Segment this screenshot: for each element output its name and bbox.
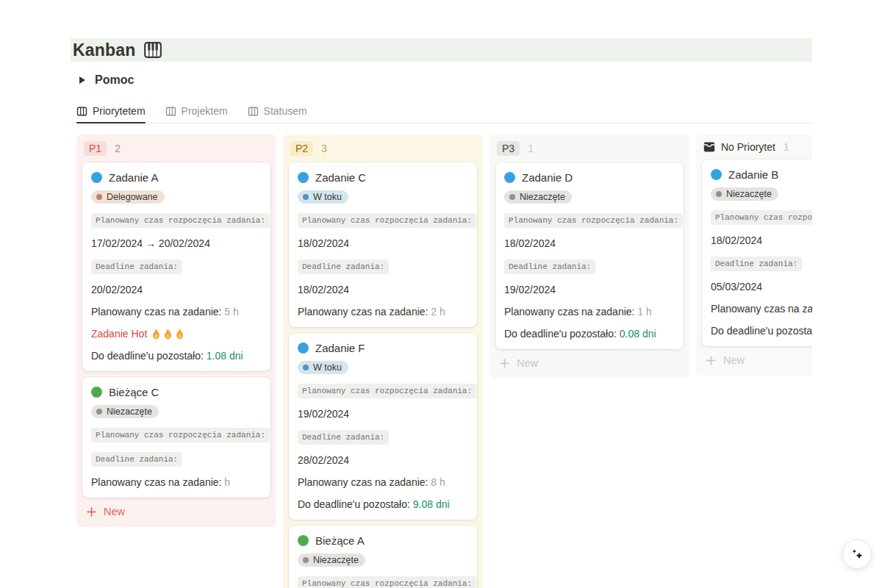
plus-icon — [86, 506, 97, 517]
ai-sparkle-button[interactable] — [842, 539, 872, 569]
card-title-row: Zadanie A — [91, 171, 262, 184]
card-title: Bieżące C — [109, 386, 159, 398]
status-tag-dot-icon — [96, 409, 102, 415]
kanban-card[interactable]: Zadanie FW tokuPlanowany czas rozpoczęci… — [289, 333, 477, 520]
property-label-pill: Planowany czas rozpoczęcia zadania: — [298, 384, 476, 398]
plus-icon — [499, 358, 510, 369]
property-pair-row: Planowany czas na zadanie: 1 h — [711, 302, 812, 315]
property-label-row: Planowany czas rozpoczęcia zadania: — [298, 383, 468, 398]
property-label-pill: Planowany czas rozpoczęcia zadania: — [711, 210, 812, 225]
property-pair-row: Do deadline'u pozostało: 1.08 dni — [91, 349, 262, 362]
property-label-row: Planowany czas rozpoczęcia zadania: — [91, 212, 262, 228]
hot-task-label: Zadanie Hot — [91, 327, 147, 340]
property-label-row: Planowany czas rozpoczęcia zadania: — [711, 209, 812, 225]
property-pair-label: Planowany czas na zadanie: — [711, 303, 812, 315]
new-card-button[interactable]: New — [495, 354, 684, 373]
property-pair-row: Planowany czas na zadanie: 8 h — [298, 476, 468, 489]
tab-priorytetem[interactable]: Priorytetem — [76, 99, 146, 123]
property-label-row: Planowany czas rozpoczęcia zadania: — [504, 212, 675, 228]
kanban-card[interactable]: Zadanie ADelegowanePlanowany czas rozpoc… — [82, 162, 270, 371]
new-card-label: New — [104, 506, 125, 517]
kanban-card[interactable]: Bieżące CNiezaczętePlanowany czas rozpoc… — [82, 377, 270, 498]
task-page-icon — [298, 343, 309, 354]
card-title-row: Zadanie B — [711, 168, 812, 181]
page-title-bar: Kanban — [71, 38, 812, 62]
status-tag-label: W toku — [313, 192, 342, 202]
property-label-row: Deadline zadania: — [91, 259, 262, 274]
kanban-card[interactable]: Zadanie DNiezaczętePlanowany czas rozpoc… — [495, 162, 684, 349]
column-header: P12 — [82, 139, 270, 162]
plus-icon — [706, 355, 717, 366]
property-date-value: 19/02/2024 — [504, 283, 675, 296]
column-no-priority: No Priorytet1Zadanie BNiezaczętePlanowan… — [696, 135, 812, 376]
property-pair-label: Do deadline'u pozostało: — [298, 498, 410, 510]
property-pair-label: Planowany czas na zadanie: — [91, 306, 221, 318]
board-view-icon — [248, 106, 259, 117]
task-page-icon — [711, 169, 722, 180]
status-tag: Niezaczęte — [91, 405, 159, 418]
help-toggle[interactable]: Pomoc — [71, 70, 812, 90]
card-title-row: Zadanie C — [298, 171, 468, 184]
page-content: Kanban Pomoc PriorytetemProjektemStatuse… — [71, 38, 812, 588]
status-tag-dot-icon — [96, 194, 102, 200]
property-pair-value: 9.08 dni — [413, 498, 450, 510]
property-label-row: Planowany czas rozpoczęcia zadania: — [298, 576, 468, 588]
column-count: 2 — [115, 143, 121, 154]
no-priority-icon — [703, 141, 715, 153]
tab-statusem[interactable]: Statusem — [248, 99, 307, 123]
musical-keyboard-icon — [144, 42, 162, 58]
column-badge: P3 — [497, 141, 520, 156]
property-pair-row: Do deadline'u pozostało: 0.08 dni — [504, 327, 675, 340]
card-list: Zadanie BNiezaczętePlanowany czas rozpoc… — [702, 159, 812, 346]
column-p1: P12Zadanie ADelegowanePlanowany czas roz… — [76, 135, 276, 527]
property-date-value: 17/02/2024 → 20/02/2024 — [91, 237, 262, 250]
property-label-pill: Planowany czas rozpoczęcia zadania: — [298, 213, 476, 228]
property-label-pill: Deadline zadania: — [298, 259, 389, 274]
column-count: 1 — [784, 141, 789, 153]
new-card-button[interactable]: New — [82, 502, 270, 521]
property-label-pill: Deadline zadania: — [504, 259, 595, 274]
kanban-card[interactable]: Zadanie BNiezaczętePlanowany czas rozpoc… — [702, 159, 812, 346]
property-pair-label: Planowany czas na zadanie: — [298, 306, 428, 318]
tab-label: Projektem — [182, 105, 228, 117]
property-date-value: 19/02/2024 — [298, 407, 468, 420]
new-card-button[interactable]: New — [702, 351, 812, 370]
kanban-card[interactable]: Zadanie CW tokuPlanowany czas rozpoczęci… — [289, 162, 477, 327]
column-header: No Priorytet1 — [702, 139, 812, 159]
card-title-row: Zadanie F — [298, 342, 468, 354]
status-tag: W toku — [298, 190, 348, 204]
property-pair-label: Planowany czas na zadanie: — [504, 306, 634, 318]
new-card-label: New — [517, 357, 538, 369]
status-tag: Niezaczęte — [711, 187, 778, 201]
property-pair-row: Planowany czas na zadanie: 5 h — [91, 305, 262, 318]
property-pair-value: 8 h — [431, 476, 445, 488]
status-tag: Delegowane — [91, 190, 165, 204]
property-label-pill: Deadline zadania: — [711, 257, 802, 271]
card-title-row: Bieżące C — [91, 386, 262, 398]
property-date-value: 18/02/2024 — [298, 283, 468, 296]
sparkle-icon — [850, 547, 865, 562]
kanban-card[interactable]: Bieżące ANiezaczętePlanowany czas rozpoc… — [289, 526, 477, 588]
board-view-icon — [76, 106, 87, 117]
property-label-pill: Deadline zadania: — [298, 430, 389, 445]
property-pair-row: Planowany czas na zadanie: 2 h — [298, 305, 468, 318]
property-pair-label: Do deadline'u pozostało: — [504, 328, 617, 340]
property-label-pill: Deadline zadania: — [91, 452, 182, 467]
card-title: Zadanie D — [522, 171, 573, 184]
property-pair-value: 2 h — [431, 306, 445, 318]
property-pair-value: h — [224, 476, 230, 488]
status-tag: Niezaczęte — [504, 190, 572, 204]
column-title: No Priorytet — [703, 141, 775, 153]
task-page-icon — [298, 172, 309, 183]
status-tag-dot-icon — [303, 365, 309, 370]
task-page-icon — [91, 172, 102, 183]
property-pair-row: Do deadline'u pozostało: 15.08 dni — [711, 324, 812, 337]
card-title: Zadanie C — [315, 171, 366, 184]
status-tag-dot-icon — [716, 191, 722, 197]
status-tag-label: Niezaczęte — [313, 555, 359, 565]
fire-icon — [175, 329, 184, 340]
property-pair-label: Do deadline'u pozostało: — [91, 350, 204, 362]
board-view-icon — [165, 106, 176, 117]
view-tabs: PriorytetemProjektemStatusem — [71, 99, 812, 123]
tab-projektem[interactable]: Projektem — [165, 99, 228, 123]
